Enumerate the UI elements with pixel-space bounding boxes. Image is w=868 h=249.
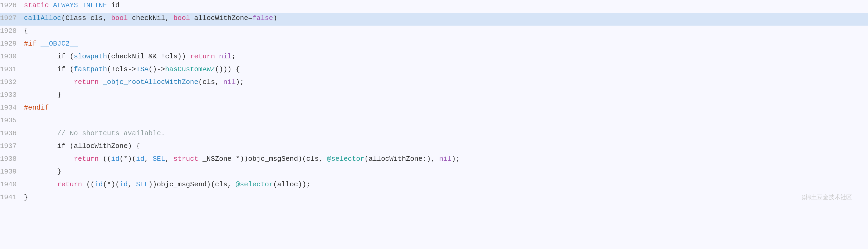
line-number: 1930	[0, 51, 24, 62]
token: ())) {	[215, 65, 240, 73]
token: )	[273, 14, 277, 22]
token: ,	[165, 155, 174, 163]
token	[215, 53, 219, 60]
token: ALWAYS_INLINE	[53, 1, 107, 9]
line-content: #if __OBJC2__	[24, 38, 863, 49]
line-content: {	[24, 26, 863, 36]
line-number: 1931	[0, 64, 24, 75]
line-number: 1937	[0, 141, 24, 151]
token: if (allocWithZone) {	[24, 142, 140, 150]
token: (!cls->	[107, 65, 136, 73]
code-line: 1928{	[0, 26, 868, 38]
token: (Class cls,	[61, 14, 111, 22]
code-line: 1933 }	[0, 89, 868, 102]
code-line: 1930 if (slowpath(checkNil && !cls)) ret…	[0, 51, 868, 64]
code-line: 1934#endif	[0, 102, 868, 115]
code-line: 1927callAlloc(Class cls, bool checkNil, …	[0, 13, 868, 26]
line-number: 1933	[0, 89, 24, 100]
token: ((	[82, 181, 94, 189]
watermark: @棉土豆金技术社区	[802, 193, 863, 202]
token: {	[24, 27, 28, 35]
token: return	[74, 155, 99, 163]
token: ))objc_msgSend)(cls,	[149, 181, 236, 189]
token: _objc_rootAllocWithZone	[103, 78, 198, 86]
token: id	[107, 1, 120, 9]
token: SEL	[136, 181, 149, 189]
line-number: 1934	[0, 102, 24, 113]
token: allocWithZone=	[190, 14, 252, 22]
token: checkNil,	[128, 14, 174, 22]
token: static	[24, 1, 53, 9]
token: id	[111, 155, 120, 163]
code-line: 1926static ALWAYS_INLINE id	[0, 0, 868, 13]
token: return	[57, 181, 82, 189]
line-content: #endif	[24, 102, 863, 113]
line-content: return ((id(*)(id, SEL))objc_msgSend)(cl…	[24, 179, 863, 190]
code-viewer: 1926static ALWAYS_INLINE id1927callAlloc…	[0, 0, 868, 249]
token: id	[120, 181, 128, 189]
token	[99, 78, 103, 86]
line-number: 1935	[0, 115, 24, 126]
token	[24, 78, 74, 86]
code-line: 1936 // No shortcuts available.	[0, 128, 868, 141]
token: }	[24, 91, 61, 99]
token: @selector	[327, 155, 364, 163]
token: id	[94, 181, 103, 189]
line-content: return _objc_rootAllocWithZone(cls, nil)…	[24, 77, 863, 87]
token: ISA	[136, 65, 149, 73]
token: struct	[174, 155, 198, 163]
line-number: 1928	[0, 26, 24, 36]
token: if (	[24, 53, 74, 60]
token: ,	[145, 155, 153, 163]
token: (*)(	[103, 181, 119, 189]
code-line: 1929#if __OBJC2__	[0, 38, 868, 51]
token: #if	[24, 40, 40, 48]
token: (alloc));	[273, 181, 310, 189]
line-number: 1940	[0, 179, 24, 190]
token: ()->	[149, 65, 165, 73]
token: nil	[219, 53, 231, 60]
token: ;	[231, 53, 236, 60]
token: (checkNil && !cls))	[107, 53, 190, 60]
token: fastpath	[74, 65, 107, 73]
line-content: callAlloc(Class cls, bool checkNil, bool…	[24, 13, 863, 24]
line-number: 1932	[0, 77, 24, 87]
token: (cls,	[198, 78, 223, 86]
token: __OBJC2__	[40, 40, 78, 48]
token: return	[74, 78, 99, 86]
token: ((	[99, 155, 111, 163]
token: false	[252, 14, 273, 22]
token: id	[136, 155, 144, 163]
token: if (	[24, 65, 74, 73]
code-line: 1938 return ((id(*)(id, SEL, struct _NSZ…	[0, 154, 868, 166]
token: );	[236, 78, 244, 86]
token: ,	[128, 181, 136, 189]
token: );	[452, 155, 460, 163]
token: (*)(	[120, 155, 136, 163]
line-number: 1936	[0, 128, 24, 139]
token: bool	[111, 14, 128, 22]
line-content: static ALWAYS_INLINE id	[24, 0, 863, 11]
token: }	[24, 168, 61, 176]
line-content: }	[24, 89, 863, 100]
line-number: 1938	[0, 154, 24, 164]
token: slowpath	[74, 53, 107, 60]
code-line: 1932 return _objc_rootAllocWithZone(cls,…	[0, 77, 868, 89]
token: _NSZone *))objc_msgSend)(cls,	[198, 155, 327, 163]
line-content: }	[24, 166, 863, 177]
line-number: 1929	[0, 38, 24, 49]
token: (allocWithZone:),	[365, 155, 439, 163]
code-line: 1937 if (allocWithZone) {	[0, 141, 868, 154]
line-content: if (slowpath(checkNil && !cls)) return n…	[24, 51, 863, 62]
token: nil	[439, 155, 452, 163]
line-content: return ((id(*)(id, SEL, struct _NSZone *…	[24, 154, 863, 164]
token: nil	[223, 78, 236, 86]
line-content: // No shortcuts available.	[24, 128, 863, 139]
line-number: 1927	[0, 13, 24, 24]
line-number: 1926	[0, 0, 24, 11]
code-line: 1939 }	[0, 166, 868, 179]
code-line: 1935	[0, 115, 868, 128]
token: callAlloc	[24, 14, 61, 22]
token	[24, 155, 74, 163]
line-number: 1939	[0, 166, 24, 177]
